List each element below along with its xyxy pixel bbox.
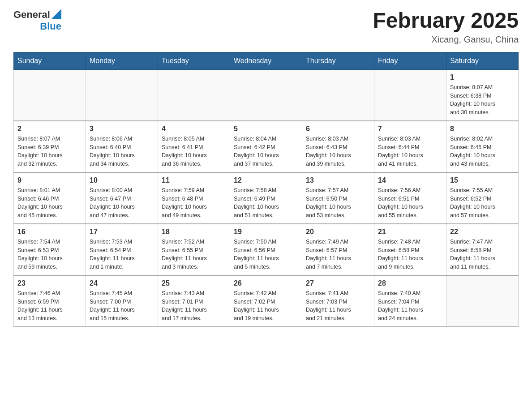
week-row-2: 2Sunrise: 8:07 AMSunset: 6:39 PMDaylight… <box>14 121 519 172</box>
day-cell: 24Sunrise: 7:45 AMSunset: 7:00 PMDayligh… <box>86 275 158 327</box>
day-number: 9 <box>17 176 82 184</box>
weekday-header-tuesday: Tuesday <box>158 52 230 69</box>
weekday-header-wednesday: Wednesday <box>230 52 302 69</box>
day-info: Sunrise: 7:45 AMSunset: 7:00 PMDaylight:… <box>90 289 154 323</box>
day-info: Sunrise: 7:47 AMSunset: 6:58 PMDaylight:… <box>450 238 515 271</box>
day-info: Sunrise: 8:04 AMSunset: 6:42 PMDaylight:… <box>234 135 298 168</box>
logo-blue-text: Blue <box>40 21 61 32</box>
day-info: Sunrise: 8:00 AMSunset: 6:47 PMDaylight:… <box>90 186 154 220</box>
day-number: 17 <box>90 228 154 236</box>
day-info: Sunrise: 7:46 AMSunset: 6:59 PMDaylight:… <box>17 289 82 323</box>
day-cell: 14Sunrise: 7:56 AMSunset: 6:51 PMDayligh… <box>374 172 446 224</box>
day-cell: 5Sunrise: 8:04 AMSunset: 6:42 PMDaylight… <box>230 121 302 172</box>
day-info: Sunrise: 8:02 AMSunset: 6:45 PMDaylight:… <box>450 135 515 168</box>
week-row-4: 16Sunrise: 7:54 AMSunset: 6:53 PMDayligh… <box>14 224 519 275</box>
day-cell: 16Sunrise: 7:54 AMSunset: 6:53 PMDayligh… <box>14 224 86 275</box>
day-cell: 26Sunrise: 7:42 AMSunset: 7:02 PMDayligh… <box>230 275 302 327</box>
weekday-header-monday: Monday <box>86 52 158 69</box>
day-info: Sunrise: 7:53 AMSunset: 6:54 PMDaylight:… <box>90 238 154 271</box>
day-cell: 19Sunrise: 7:50 AMSunset: 6:56 PMDayligh… <box>230 224 302 275</box>
day-cell: 18Sunrise: 7:52 AMSunset: 6:55 PMDayligh… <box>158 224 230 275</box>
day-cell: 8Sunrise: 8:02 AMSunset: 6:45 PMDaylight… <box>446 121 519 172</box>
day-cell: 13Sunrise: 7:57 AMSunset: 6:50 PMDayligh… <box>302 172 374 224</box>
day-info: Sunrise: 8:07 AMSunset: 6:38 PMDaylight:… <box>450 83 515 117</box>
day-number: 20 <box>306 228 370 236</box>
day-cell: 23Sunrise: 7:46 AMSunset: 6:59 PMDayligh… <box>14 275 86 327</box>
day-cell: 27Sunrise: 7:41 AMSunset: 7:03 PMDayligh… <box>302 275 374 327</box>
day-number: 5 <box>234 125 298 133</box>
weekday-header-saturday: Saturday <box>446 52 519 69</box>
day-cell: 15Sunrise: 7:55 AMSunset: 6:52 PMDayligh… <box>446 172 519 224</box>
page-header: General Blue February 2025 Xicang, Gansu… <box>13 9 519 45</box>
title-section: February 2025 Xicang, Gansu, China <box>373 9 519 45</box>
day-info: Sunrise: 7:57 AMSunset: 6:50 PMDaylight:… <box>306 186 370 220</box>
day-number: 16 <box>17 228 82 236</box>
day-cell <box>86 69 158 121</box>
day-cell: 11Sunrise: 7:59 AMSunset: 6:48 PMDayligh… <box>158 172 230 224</box>
day-number: 10 <box>90 176 154 184</box>
day-info: Sunrise: 8:03 AMSunset: 6:43 PMDaylight:… <box>306 135 370 168</box>
weekday-header-thursday: Thursday <box>302 52 374 69</box>
day-cell: 2Sunrise: 8:07 AMSunset: 6:39 PMDaylight… <box>14 121 86 172</box>
day-number: 22 <box>450 228 515 236</box>
day-number: 24 <box>90 279 154 287</box>
day-info: Sunrise: 7:52 AMSunset: 6:55 PMDaylight:… <box>162 238 226 271</box>
weekday-header-row: SundayMondayTuesdayWednesdayThursdayFrid… <box>14 52 519 69</box>
calendar-title: February 2025 <box>373 9 519 33</box>
day-cell: 1Sunrise: 8:07 AMSunset: 6:38 PMDaylight… <box>446 69 519 121</box>
weekday-header-friday: Friday <box>374 52 446 69</box>
day-info: Sunrise: 7:55 AMSunset: 6:52 PMDaylight:… <box>450 186 515 220</box>
day-info: Sunrise: 7:49 AMSunset: 6:57 PMDaylight:… <box>306 238 370 271</box>
day-info: Sunrise: 8:07 AMSunset: 6:39 PMDaylight:… <box>17 135 82 168</box>
day-number: 11 <box>162 176 226 184</box>
day-cell: 21Sunrise: 7:48 AMSunset: 6:58 PMDayligh… <box>374 224 446 275</box>
day-cell <box>446 275 519 327</box>
day-number: 15 <box>450 176 515 184</box>
day-number: 28 <box>378 279 442 287</box>
day-number: 18 <box>162 228 226 236</box>
day-cell: 6Sunrise: 8:03 AMSunset: 6:43 PMDaylight… <box>302 121 374 172</box>
day-cell: 10Sunrise: 8:00 AMSunset: 6:47 PMDayligh… <box>86 172 158 224</box>
day-number: 23 <box>17 279 82 287</box>
day-info: Sunrise: 7:40 AMSunset: 7:04 PMDaylight:… <box>378 289 442 323</box>
day-number: 14 <box>378 176 442 184</box>
day-info: Sunrise: 7:48 AMSunset: 6:58 PMDaylight:… <box>378 238 442 271</box>
day-info: Sunrise: 8:06 AMSunset: 6:40 PMDaylight:… <box>90 135 154 168</box>
day-cell <box>14 69 86 121</box>
day-info: Sunrise: 7:59 AMSunset: 6:48 PMDaylight:… <box>162 186 226 220</box>
day-number: 6 <box>306 125 370 133</box>
day-info: Sunrise: 7:50 AMSunset: 6:56 PMDaylight:… <box>234 238 298 271</box>
day-cell: 7Sunrise: 8:03 AMSunset: 6:44 PMDaylight… <box>374 121 446 172</box>
day-cell <box>302 69 374 121</box>
logo-triangle-icon <box>51 9 61 19</box>
day-info: Sunrise: 7:42 AMSunset: 7:02 PMDaylight:… <box>234 289 298 323</box>
calendar-table: SundayMondayTuesdayWednesdayThursdayFrid… <box>13 52 519 327</box>
day-number: 21 <box>378 228 442 236</box>
day-number: 13 <box>306 176 370 184</box>
day-info: Sunrise: 7:54 AMSunset: 6:53 PMDaylight:… <box>17 238 82 271</box>
day-number: 3 <box>90 125 154 133</box>
day-info: Sunrise: 8:03 AMSunset: 6:44 PMDaylight:… <box>378 135 442 168</box>
day-number: 25 <box>162 279 226 287</box>
day-cell <box>374 69 446 121</box>
day-cell: 9Sunrise: 8:01 AMSunset: 6:46 PMDaylight… <box>14 172 86 224</box>
week-row-3: 9Sunrise: 8:01 AMSunset: 6:46 PMDaylight… <box>14 172 519 224</box>
day-info: Sunrise: 7:58 AMSunset: 6:49 PMDaylight:… <box>234 186 298 220</box>
day-cell: 4Sunrise: 8:05 AMSunset: 6:41 PMDaylight… <box>158 121 230 172</box>
day-cell <box>158 69 230 121</box>
day-cell: 22Sunrise: 7:47 AMSunset: 6:58 PMDayligh… <box>446 224 519 275</box>
day-cell: 3Sunrise: 8:06 AMSunset: 6:40 PMDaylight… <box>86 121 158 172</box>
day-info: Sunrise: 7:56 AMSunset: 6:51 PMDaylight:… <box>378 186 442 220</box>
day-number: 8 <box>450 125 515 133</box>
day-number: 1 <box>450 73 515 81</box>
day-info: Sunrise: 8:05 AMSunset: 6:41 PMDaylight:… <box>162 135 226 168</box>
day-number: 2 <box>17 125 82 133</box>
day-cell: 12Sunrise: 7:58 AMSunset: 6:49 PMDayligh… <box>230 172 302 224</box>
logo-general-text: General <box>13 9 50 21</box>
day-cell: 25Sunrise: 7:43 AMSunset: 7:01 PMDayligh… <box>158 275 230 327</box>
logo: General Blue <box>13 9 61 32</box>
day-number: 27 <box>306 279 370 287</box>
svg-marker-0 <box>51 9 61 19</box>
day-cell: 20Sunrise: 7:49 AMSunset: 6:57 PMDayligh… <box>302 224 374 275</box>
day-info: Sunrise: 7:43 AMSunset: 7:01 PMDaylight:… <box>162 289 226 323</box>
